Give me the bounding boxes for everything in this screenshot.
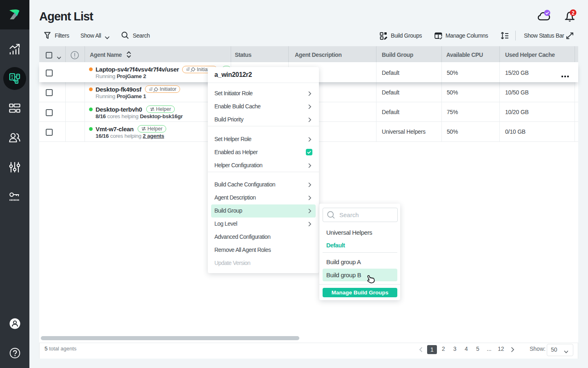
svg-text:2: 2 bbox=[572, 10, 575, 16]
